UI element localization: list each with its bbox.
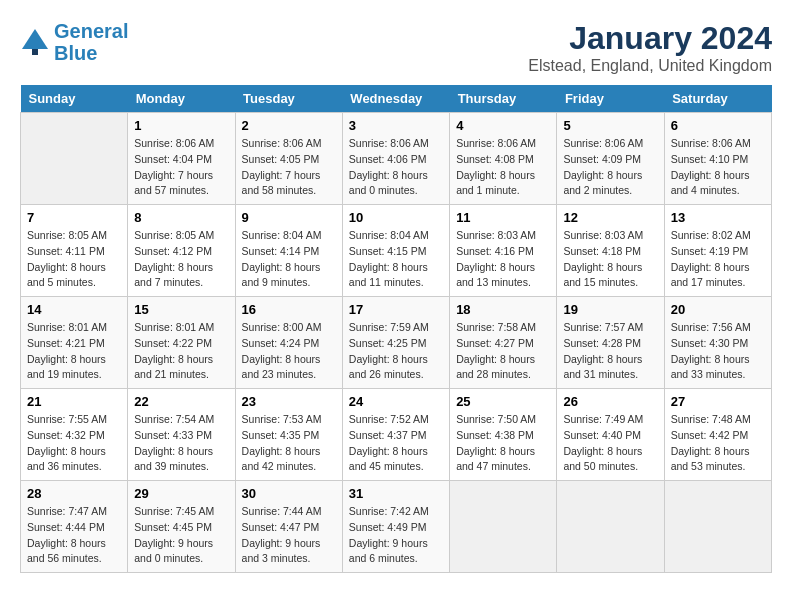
- day-number: 29: [134, 486, 228, 501]
- calendar-cell: 31Sunrise: 7:42 AMSunset: 4:49 PMDayligh…: [342, 481, 449, 573]
- day-info: Sunrise: 7:58 AMSunset: 4:27 PMDaylight:…: [456, 320, 550, 383]
- day-number: 1: [134, 118, 228, 133]
- day-number: 14: [27, 302, 121, 317]
- day-info: Sunrise: 8:06 AMSunset: 4:10 PMDaylight:…: [671, 136, 765, 199]
- calendar-cell: 27Sunrise: 7:48 AMSunset: 4:42 PMDayligh…: [664, 389, 771, 481]
- day-number: 12: [563, 210, 657, 225]
- day-number: 22: [134, 394, 228, 409]
- day-number: 16: [242, 302, 336, 317]
- day-info: Sunrise: 7:56 AMSunset: 4:30 PMDaylight:…: [671, 320, 765, 383]
- day-info: Sunrise: 7:48 AMSunset: 4:42 PMDaylight:…: [671, 412, 765, 475]
- day-info: Sunrise: 7:59 AMSunset: 4:25 PMDaylight:…: [349, 320, 443, 383]
- day-info: Sunrise: 8:03 AMSunset: 4:16 PMDaylight:…: [456, 228, 550, 291]
- day-number: 18: [456, 302, 550, 317]
- day-number: 21: [27, 394, 121, 409]
- day-info: Sunrise: 7:52 AMSunset: 4:37 PMDaylight:…: [349, 412, 443, 475]
- day-info: Sunrise: 8:05 AMSunset: 4:11 PMDaylight:…: [27, 228, 121, 291]
- calendar-header: SundayMondayTuesdayWednesdayThursdayFrid…: [21, 85, 772, 113]
- calendar-cell: 14Sunrise: 8:01 AMSunset: 4:21 PMDayligh…: [21, 297, 128, 389]
- calendar-cell: [21, 113, 128, 205]
- calendar-cell: 21Sunrise: 7:55 AMSunset: 4:32 PMDayligh…: [21, 389, 128, 481]
- calendar-cell: 17Sunrise: 7:59 AMSunset: 4:25 PMDayligh…: [342, 297, 449, 389]
- calendar-cell: 23Sunrise: 7:53 AMSunset: 4:35 PMDayligh…: [235, 389, 342, 481]
- day-info: Sunrise: 7:54 AMSunset: 4:33 PMDaylight:…: [134, 412, 228, 475]
- day-number: 7: [27, 210, 121, 225]
- day-info: Sunrise: 8:02 AMSunset: 4:19 PMDaylight:…: [671, 228, 765, 291]
- day-info: Sunrise: 8:00 AMSunset: 4:24 PMDaylight:…: [242, 320, 336, 383]
- logo: General Blue: [20, 20, 128, 64]
- day-number: 17: [349, 302, 443, 317]
- day-info: Sunrise: 7:57 AMSunset: 4:28 PMDaylight:…: [563, 320, 657, 383]
- day-number: 19: [563, 302, 657, 317]
- calendar-cell: 1Sunrise: 8:06 AMSunset: 4:04 PMDaylight…: [128, 113, 235, 205]
- calendar-body: 1Sunrise: 8:06 AMSunset: 4:04 PMDaylight…: [21, 113, 772, 573]
- calendar-cell: 20Sunrise: 7:56 AMSunset: 4:30 PMDayligh…: [664, 297, 771, 389]
- day-number: 27: [671, 394, 765, 409]
- day-info: Sunrise: 7:47 AMSunset: 4:44 PMDaylight:…: [27, 504, 121, 567]
- calendar-cell: 6Sunrise: 8:06 AMSunset: 4:10 PMDaylight…: [664, 113, 771, 205]
- day-info: Sunrise: 7:53 AMSunset: 4:35 PMDaylight:…: [242, 412, 336, 475]
- day-info: Sunrise: 8:06 AMSunset: 4:05 PMDaylight:…: [242, 136, 336, 199]
- day-header-friday: Friday: [557, 85, 664, 113]
- calendar-cell: 28Sunrise: 7:47 AMSunset: 4:44 PMDayligh…: [21, 481, 128, 573]
- day-info: Sunrise: 8:06 AMSunset: 4:04 PMDaylight:…: [134, 136, 228, 199]
- calendar-cell: [450, 481, 557, 573]
- day-info: Sunrise: 8:03 AMSunset: 4:18 PMDaylight:…: [563, 228, 657, 291]
- day-info: Sunrise: 8:01 AMSunset: 4:22 PMDaylight:…: [134, 320, 228, 383]
- main-title: January 2024: [528, 20, 772, 57]
- calendar-cell: 5Sunrise: 8:06 AMSunset: 4:09 PMDaylight…: [557, 113, 664, 205]
- calendar-cell: 15Sunrise: 8:01 AMSunset: 4:22 PMDayligh…: [128, 297, 235, 389]
- calendar-week-1: 1Sunrise: 8:06 AMSunset: 4:04 PMDaylight…: [21, 113, 772, 205]
- day-number: 26: [563, 394, 657, 409]
- day-info: Sunrise: 7:49 AMSunset: 4:40 PMDaylight:…: [563, 412, 657, 475]
- calendar-cell: 30Sunrise: 7:44 AMSunset: 4:47 PMDayligh…: [235, 481, 342, 573]
- day-info: Sunrise: 8:06 AMSunset: 4:09 PMDaylight:…: [563, 136, 657, 199]
- calendar-cell: 7Sunrise: 8:05 AMSunset: 4:11 PMDaylight…: [21, 205, 128, 297]
- calendar-cell: 19Sunrise: 7:57 AMSunset: 4:28 PMDayligh…: [557, 297, 664, 389]
- calendar-cell: 29Sunrise: 7:45 AMSunset: 4:45 PMDayligh…: [128, 481, 235, 573]
- day-number: 4: [456, 118, 550, 133]
- day-number: 3: [349, 118, 443, 133]
- calendar-cell: 22Sunrise: 7:54 AMSunset: 4:33 PMDayligh…: [128, 389, 235, 481]
- calendar-cell: 9Sunrise: 8:04 AMSunset: 4:14 PMDaylight…: [235, 205, 342, 297]
- day-number: 5: [563, 118, 657, 133]
- day-number: 11: [456, 210, 550, 225]
- header-row: SundayMondayTuesdayWednesdayThursdayFrid…: [21, 85, 772, 113]
- day-number: 9: [242, 210, 336, 225]
- day-info: Sunrise: 7:42 AMSunset: 4:49 PMDaylight:…: [349, 504, 443, 567]
- calendar-cell: 11Sunrise: 8:03 AMSunset: 4:16 PMDayligh…: [450, 205, 557, 297]
- svg-rect-1: [32, 49, 38, 55]
- day-info: Sunrise: 7:50 AMSunset: 4:38 PMDaylight:…: [456, 412, 550, 475]
- day-info: Sunrise: 7:44 AMSunset: 4:47 PMDaylight:…: [242, 504, 336, 567]
- calendar-cell: 26Sunrise: 7:49 AMSunset: 4:40 PMDayligh…: [557, 389, 664, 481]
- day-number: 25: [456, 394, 550, 409]
- day-number: 8: [134, 210, 228, 225]
- day-info: Sunrise: 7:55 AMSunset: 4:32 PMDaylight:…: [27, 412, 121, 475]
- title-section: January 2024 Elstead, England, United Ki…: [528, 20, 772, 75]
- calendar-cell: 12Sunrise: 8:03 AMSunset: 4:18 PMDayligh…: [557, 205, 664, 297]
- day-number: 23: [242, 394, 336, 409]
- calendar-cell: 24Sunrise: 7:52 AMSunset: 4:37 PMDayligh…: [342, 389, 449, 481]
- day-info: Sunrise: 7:45 AMSunset: 4:45 PMDaylight:…: [134, 504, 228, 567]
- day-info: Sunrise: 8:04 AMSunset: 4:15 PMDaylight:…: [349, 228, 443, 291]
- day-number: 24: [349, 394, 443, 409]
- day-info: Sunrise: 8:01 AMSunset: 4:21 PMDaylight:…: [27, 320, 121, 383]
- calendar-cell: 2Sunrise: 8:06 AMSunset: 4:05 PMDaylight…: [235, 113, 342, 205]
- calendar-cell: 18Sunrise: 7:58 AMSunset: 4:27 PMDayligh…: [450, 297, 557, 389]
- subtitle: Elstead, England, United Kingdom: [528, 57, 772, 75]
- calendar-week-2: 7Sunrise: 8:05 AMSunset: 4:11 PMDaylight…: [21, 205, 772, 297]
- day-number: 20: [671, 302, 765, 317]
- day-number: 28: [27, 486, 121, 501]
- calendar-cell: 13Sunrise: 8:02 AMSunset: 4:19 PMDayligh…: [664, 205, 771, 297]
- day-header-wednesday: Wednesday: [342, 85, 449, 113]
- day-header-saturday: Saturday: [664, 85, 771, 113]
- day-number: 30: [242, 486, 336, 501]
- calendar-table: SundayMondayTuesdayWednesdayThursdayFrid…: [20, 85, 772, 573]
- day-number: 13: [671, 210, 765, 225]
- day-header-tuesday: Tuesday: [235, 85, 342, 113]
- day-info: Sunrise: 8:04 AMSunset: 4:14 PMDaylight:…: [242, 228, 336, 291]
- calendar-cell: [557, 481, 664, 573]
- day-number: 31: [349, 486, 443, 501]
- day-info: Sunrise: 8:05 AMSunset: 4:12 PMDaylight:…: [134, 228, 228, 291]
- calendar-cell: 8Sunrise: 8:05 AMSunset: 4:12 PMDaylight…: [128, 205, 235, 297]
